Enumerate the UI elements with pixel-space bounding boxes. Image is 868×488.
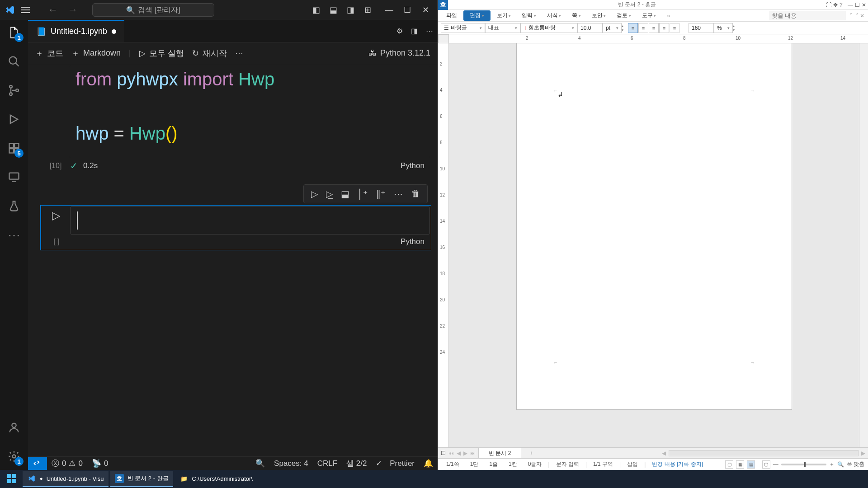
view-outline-icon[interactable]: ▢ xyxy=(762,460,770,469)
view-normal-icon[interactable]: ▦ xyxy=(736,460,744,469)
zoom-out-icon[interactable]: — xyxy=(773,461,778,468)
status-zoom-fit[interactable]: 폭 맞춤 xyxy=(847,460,864,468)
search-activity-icon[interactable] xyxy=(6,53,22,70)
prettier-button[interactable]: ✓ Prettier xyxy=(371,459,419,468)
menu-file[interactable]: 파일 xyxy=(442,10,462,21)
horizontal-scrollbar[interactable] xyxy=(669,450,859,456)
close-icon[interactable]: ✕ xyxy=(417,2,434,18)
remote-button[interactable] xyxy=(28,457,47,470)
run-cell-button[interactable]: ▷ xyxy=(52,209,60,222)
add-code-button[interactable]: ＋코드 xyxy=(35,48,63,59)
source-control-icon[interactable] xyxy=(6,82,22,99)
font-size-unit[interactable]: pt▾ xyxy=(603,23,622,33)
vertical-scrollbar[interactable] xyxy=(859,43,868,447)
menu-security[interactable]: 보안 xyxy=(587,10,611,21)
more-actions-icon[interactable]: ⋯ xyxy=(6,227,22,243)
size-up-icon[interactable]: ▴ xyxy=(622,24,623,28)
start-button[interactable] xyxy=(3,471,21,487)
spacing-up-icon[interactable]: ▴ xyxy=(733,24,735,28)
font-select[interactable]: T함초롬바탕▾ xyxy=(520,23,577,33)
layout-toggle-icon[interactable]: ◨ xyxy=(411,27,418,35)
line-spacing-unit[interactable]: %▾ xyxy=(714,23,733,33)
maximize-icon[interactable]: ☐ xyxy=(399,2,416,18)
run-cell-icon[interactable]: ▷ xyxy=(311,188,318,199)
command-center[interactable]: 🔍 검색 [관리자] xyxy=(92,3,214,17)
status-page[interactable]: 1/1쪽 xyxy=(442,460,464,468)
zoom-slider[interactable] xyxy=(781,464,826,465)
view-web-icon[interactable]: ▤ xyxy=(747,460,755,469)
document-canvas[interactable]: ⌐ ¬ ⌐ ¬ ↲ xyxy=(449,43,859,447)
size-down-icon[interactable]: ▾ xyxy=(622,28,623,32)
document-page[interactable]: ⌐ ¬ ⌐ ¬ ↲ xyxy=(517,43,792,409)
delete-cell-icon[interactable]: 🗑 xyxy=(411,188,420,199)
menu-addon-icon[interactable]: » xyxy=(662,11,675,20)
section-select[interactable]: 대표▾ xyxy=(485,23,520,33)
menu-view[interactable]: 보기 xyxy=(492,10,516,21)
toggle-primary-sidebar-icon[interactable]: ◧ xyxy=(307,2,325,18)
tab-first-icon[interactable]: ⏮ xyxy=(448,450,454,456)
split-cell-icon[interactable]: ⬓ xyxy=(341,188,349,199)
hscroll-left-icon[interactable]: ◀ xyxy=(662,450,666,456)
toggle-panel-icon[interactable]: ⬓ xyxy=(325,2,342,18)
zoom-icon[interactable]: 🔍 xyxy=(251,459,269,468)
tab-next-icon[interactable]: ▶ xyxy=(463,450,467,456)
editor-tab[interactable]: 📘 Untitled-1.ipynb xyxy=(28,20,124,42)
add-tab-icon[interactable]: ＋ xyxy=(524,449,538,457)
code-editor[interactable]: from pyhwpx import Hwp hwp = Hwp() xyxy=(69,66,430,158)
spacing-down-icon[interactable]: ▾ xyxy=(733,28,735,32)
align-right-icon[interactable]: ≡ xyxy=(659,23,669,33)
align-distribute-icon[interactable]: ≡ xyxy=(670,23,679,33)
insert-below-icon[interactable]: ∥⁺ xyxy=(376,188,386,199)
maximize-icon[interactable]: ☐ xyxy=(855,2,860,8)
indentation-button[interactable]: Spaces: 4 xyxy=(269,459,313,468)
cell-language[interactable]: Python xyxy=(401,161,425,170)
find-input[interactable] xyxy=(769,11,846,20)
add-markdown-button[interactable]: ＋Markdown xyxy=(71,48,121,59)
horizontal-ruler[interactable]: 24681012141618 xyxy=(449,34,868,43)
align-left-icon[interactable]: ≡ xyxy=(638,23,648,33)
tab-last-icon[interactable]: ⏭ xyxy=(470,450,476,456)
menu-edit[interactable]: 편집 xyxy=(463,10,491,21)
taskbar-explorer[interactable]: 📁 C:\Users\Administrator\ xyxy=(175,471,257,487)
notifications-icon[interactable]: 🔔 xyxy=(419,459,438,468)
minimize-icon[interactable]: — xyxy=(381,2,398,18)
hscroll-right-icon[interactable]: ▶ xyxy=(861,450,865,456)
cell-position[interactable]: 셀 2/2 xyxy=(342,458,371,469)
nav-back-icon[interactable]: ← xyxy=(48,4,58,16)
status-insert[interactable]: 삽입 xyxy=(623,460,642,468)
help-icon[interactable]: ? xyxy=(840,2,843,8)
vertical-ruler[interactable]: 24681012141618202224 xyxy=(438,43,449,447)
restart-button[interactable]: ↻재시작 xyxy=(192,48,227,59)
kernel-selector[interactable]: 🖧 Python 3.12.1 xyxy=(368,48,430,58)
expand-icon[interactable]: ⛶ xyxy=(826,2,831,8)
menu-review[interactable]: 검토 xyxy=(612,10,636,21)
ports-button[interactable]: 📡0 xyxy=(87,459,113,468)
insert-above-icon[interactable]: │⁺ xyxy=(358,188,368,199)
align-center-icon[interactable]: ≡ xyxy=(649,23,659,33)
close-icon[interactable]: ✕ xyxy=(862,2,866,8)
menu-format[interactable]: 서식 xyxy=(542,10,566,21)
settings-gear-icon[interactable]: 1 xyxy=(6,448,22,465)
extensions-icon[interactable]: 5 xyxy=(6,140,22,156)
run-by-line-icon[interactable]: ▷̲ xyxy=(326,188,333,199)
tab-list-icon[interactable]: ☐ xyxy=(441,450,446,456)
toolbar-more-icon[interactable]: ⋯ xyxy=(235,48,243,58)
menu-page[interactable]: 쪽 xyxy=(567,10,585,21)
remote-explorer-icon[interactable] xyxy=(6,169,22,185)
cell-more-icon[interactable]: ⋯ xyxy=(394,188,403,199)
zoom-in-icon[interactable]: ＋ xyxy=(829,460,835,468)
move-icon[interactable]: ✥ xyxy=(833,2,838,8)
toggle-secondary-sidebar-icon[interactable]: ◨ xyxy=(342,2,359,18)
line-spacing-input[interactable]: 160 xyxy=(689,23,714,33)
zoom-fit-icon[interactable]: 🔍 xyxy=(837,461,844,468)
accounts-icon[interactable] xyxy=(6,419,22,436)
status-input-mode[interactable]: 문자 입력 xyxy=(552,460,584,468)
eol-button[interactable]: CRLF xyxy=(313,459,342,468)
cell-language[interactable]: Python xyxy=(401,237,425,246)
taskbar-hangul[interactable]: 호 빈 문서 2 - 한글 xyxy=(110,471,173,487)
taskbar-vscode[interactable]: ● Untitled-1.ipynb - Visu xyxy=(23,471,108,487)
run-debug-icon[interactable] xyxy=(6,111,22,127)
status-track-changes[interactable]: 변경 내용 [기록 중지] xyxy=(647,460,708,468)
minimize-icon[interactable]: — xyxy=(848,2,853,8)
nav-forward-icon[interactable]: → xyxy=(68,4,78,16)
